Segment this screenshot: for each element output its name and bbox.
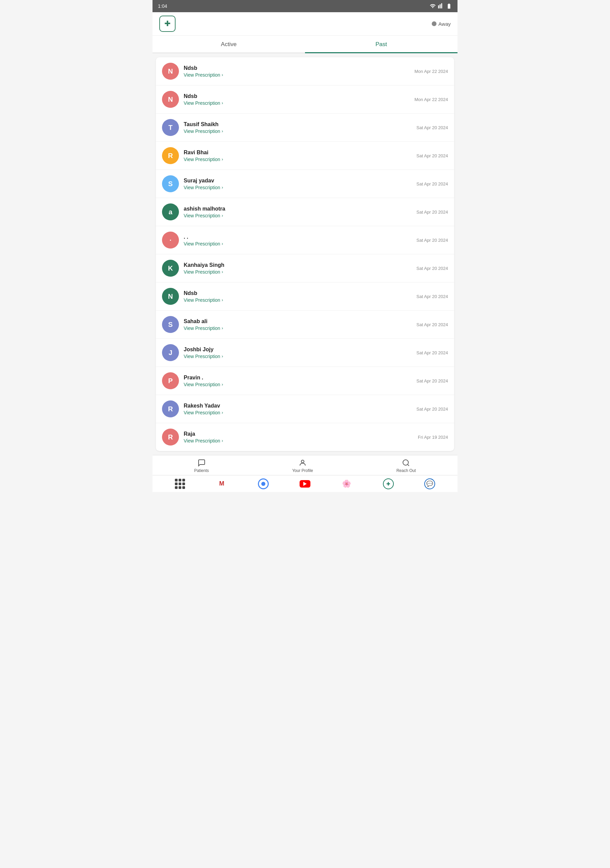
patient-row[interactable]: N Ndsb View Prescription › Mon Apr 22 20…	[156, 57, 454, 85]
svg-point-1	[403, 460, 408, 465]
patient-info: Joshbi Jojy View Prescription ›	[184, 347, 413, 359]
chevron-icon: ›	[221, 353, 223, 359]
signal-icon	[438, 3, 444, 9]
patient-avatar: S	[162, 175, 179, 192]
patient-avatar: R	[162, 400, 179, 417]
away-dot	[432, 22, 437, 26]
patient-info: Pravin . View Prescription ›	[184, 375, 413, 387]
photos-icon[interactable]: 🌸	[341, 478, 353, 490]
patient-name: Kanhaiya Singh	[184, 262, 413, 268]
patient-info: Rakesh Yadav View Prescription ›	[184, 403, 413, 415]
patient-date: Fri Apr 19 2024	[418, 435, 448, 440]
grid-dots	[175, 479, 185, 489]
patient-row[interactable]: a ashish malhotra View Prescription › Sa…	[156, 198, 454, 226]
patient-name: ashish malhotra	[184, 206, 413, 212]
chevron-icon: ›	[221, 72, 223, 77]
patient-avatar: ·	[162, 232, 179, 248]
view-prescription-link[interactable]: View Prescription ›	[184, 185, 413, 190]
patient-info: Ndsb View Prescription ›	[184, 93, 411, 106]
patient-date: Sat Apr 20 2024	[416, 125, 448, 130]
patient-avatar: N	[162, 63, 179, 80]
nav-reach-out[interactable]: Reach Out	[396, 459, 416, 473]
profile-icon	[299, 459, 307, 467]
status-icons	[430, 3, 452, 9]
view-prescription-link[interactable]: View Prescription ›	[184, 213, 413, 219]
chevron-icon: ›	[221, 382, 223, 387]
patients-icon	[198, 459, 206, 467]
chrome-icon[interactable]	[257, 478, 269, 490]
patient-row[interactable]: T Tausif Shaikh View Prescription › Sat …	[156, 113, 454, 142]
patient-avatar: R	[162, 429, 179, 445]
reach-out-icon	[402, 459, 410, 467]
patient-name: Suraj yadav	[184, 178, 413, 184]
view-prescription-link[interactable]: View Prescription ›	[184, 241, 413, 246]
patient-name: Ndsb	[184, 290, 413, 296]
chevron-icon: ›	[221, 100, 223, 105]
view-prescription-link[interactable]: View Prescription ›	[184, 298, 413, 303]
patient-row[interactable]: R Ravi Bhai View Prescription › Sat Apr …	[156, 142, 454, 170]
patient-row[interactable]: R Rakesh Yadav View Prescription › Sat A…	[156, 395, 454, 423]
patient-name: Rakesh Yadav	[184, 403, 413, 409]
view-prescription-link[interactable]: View Prescription ›	[184, 129, 413, 134]
patient-info: . . View Prescription ›	[184, 234, 413, 246]
chevron-icon: ›	[221, 438, 223, 443]
view-prescription-link[interactable]: View Prescription ›	[184, 100, 411, 106]
view-prescription-link[interactable]: View Prescription ›	[184, 269, 413, 274]
patient-row[interactable]: J Joshbi Jojy View Prescription › Sat Ap…	[156, 339, 454, 367]
svg-point-0	[301, 460, 304, 463]
patient-date: Sat Apr 20 2024	[416, 378, 448, 383]
wifi-icon	[430, 3, 436, 9]
view-prescription-link[interactable]: View Prescription ›	[184, 382, 413, 387]
view-prescription-link[interactable]: View Prescription ›	[184, 72, 411, 78]
status-time: 1:04	[158, 3, 167, 9]
patient-avatar: P	[162, 372, 179, 389]
patient-row[interactable]: R Raja View Prescription › Fri Apr 19 20…	[156, 423, 454, 451]
patient-date: Sat Apr 20 2024	[416, 350, 448, 355]
nav-patients[interactable]: Patients	[194, 459, 209, 473]
youtube-icon[interactable]	[299, 478, 311, 490]
chevron-icon: ›	[221, 410, 223, 415]
view-prescription-link[interactable]: View Prescription ›	[184, 438, 415, 443]
chevron-icon: ›	[221, 157, 223, 162]
svg-line-2	[408, 465, 409, 466]
patient-avatar: S	[162, 316, 179, 333]
patient-row[interactable]: S Sahab ali View Prescription › Sat Apr …	[156, 311, 454, 339]
patient-name: Joshbi Jojy	[184, 347, 413, 353]
nav-your-profile[interactable]: Your Profile	[292, 459, 313, 473]
patient-row[interactable]: S Suraj yadav View Prescription › Sat Ap…	[156, 170, 454, 198]
view-prescription-link[interactable]: View Prescription ›	[184, 410, 413, 415]
patient-date: Sat Apr 20 2024	[416, 238, 448, 243]
patient-info: ashish malhotra View Prescription ›	[184, 206, 413, 219]
patient-row[interactable]: N Ndsb View Prescription › Mon Apr 22 20…	[156, 85, 454, 113]
view-prescription-link[interactable]: View Prescription ›	[184, 326, 413, 331]
tab-bar: Active Past	[153, 36, 457, 53]
patient-date: Sat Apr 20 2024	[416, 209, 448, 215]
patient-name: Ravi Bhai	[184, 150, 413, 156]
away-badge[interactable]: Away	[432, 21, 451, 27]
patient-info: Ndsb View Prescription ›	[184, 290, 413, 303]
tab-past[interactable]: Past	[305, 36, 457, 53]
patient-info: Ravi Bhai View Prescription ›	[184, 150, 413, 162]
patient-info: Raja View Prescription ›	[184, 431, 415, 443]
messages-icon[interactable]: 💬	[424, 478, 436, 490]
chevron-icon: ›	[221, 269, 223, 274]
patient-info: Ndsb View Prescription ›	[184, 65, 411, 78]
patient-row[interactable]: N Ndsb View Prescription › Sat Apr 20 20…	[156, 282, 454, 311]
patient-date: Sat Apr 20 2024	[416, 181, 448, 186]
health-app-icon[interactable]: ✚	[382, 478, 395, 490]
patient-list: N Ndsb View Prescription › Mon Apr 22 20…	[156, 57, 454, 451]
patient-avatar: a	[162, 203, 179, 220]
patient-row[interactable]: · . . View Prescription › Sat Apr 20 202…	[156, 226, 454, 254]
gmail-icon[interactable]: M	[215, 478, 228, 490]
patient-avatar: J	[162, 344, 179, 361]
android-bottom-bar: M 🌸 ✚ 💬	[153, 475, 457, 492]
patient-name: Sahab ali	[184, 318, 413, 324]
patient-row[interactable]: K Kanhaiya Singh View Prescription › Sat…	[156, 254, 454, 282]
tab-active[interactable]: Active	[153, 36, 305, 53]
patient-row[interactable]: P Pravin . View Prescription › Sat Apr 2…	[156, 367, 454, 395]
view-prescription-link[interactable]: View Prescription ›	[184, 157, 413, 162]
patient-avatar: R	[162, 147, 179, 164]
view-prescription-link[interactable]: View Prescription ›	[184, 353, 413, 359]
patient-date: Sat Apr 20 2024	[416, 406, 448, 412]
app-grid-icon[interactable]	[174, 478, 186, 490]
